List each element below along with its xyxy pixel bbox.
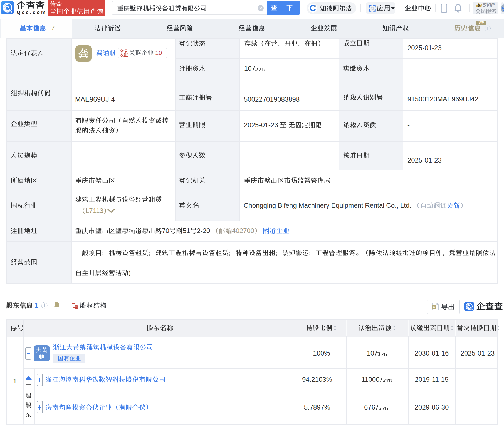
svg-text:X: X — [433, 305, 435, 309]
